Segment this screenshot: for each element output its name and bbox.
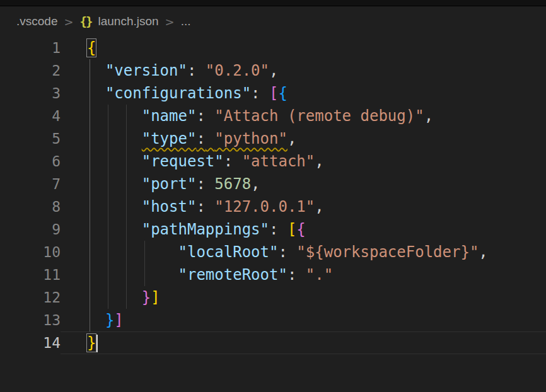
code-line[interactable]: 3 "configurations": [{	[0, 82, 546, 105]
code-line[interactable]: 12 }]	[0, 286, 546, 309]
code-token: :	[278, 243, 287, 261]
code-line[interactable]: 5 "type": "python",	[0, 127, 546, 150]
code-line[interactable]: 4 "name": "Attach (remote debug)",	[0, 105, 546, 127]
code-token: ,	[269, 62, 278, 79]
breadcrumb-folder[interactable]: .vscode	[16, 14, 57, 28]
line-content[interactable]: }]	[61, 309, 546, 331]
code-token	[206, 198, 214, 216]
code-line[interactable]: 14}	[0, 331, 546, 354]
code-token	[87, 107, 142, 125]
line-number[interactable]: 7	[0, 173, 61, 195]
line-number[interactable]: 9	[0, 218, 61, 241]
line-content[interactable]: "host": "127.0.0.1",	[61, 195, 546, 218]
line-content[interactable]: }]	[61, 286, 546, 309]
code-token: {	[278, 84, 287, 102]
line-number[interactable]: 4	[0, 105, 61, 127]
code-line[interactable]: 9 "pathMappings": [{	[0, 218, 546, 241]
code-token: ,	[288, 130, 296, 147]
code-token: "Attach (remote debug)"	[214, 107, 424, 125]
vscode-editor-window: .vscode > {} launch.json > ... 1{2 "vers…	[0, 0, 546, 392]
code-line[interactable]: 1{	[0, 37, 546, 59]
code-line[interactable]: 2 "version": "0.2.0",	[0, 59, 546, 82]
code-token: :	[288, 266, 296, 284]
line-content[interactable]: "configurations": [{	[61, 82, 546, 105]
line-content[interactable]: "remoteRoot": "."	[61, 263, 546, 286]
line-content[interactable]: "request": "attach",	[61, 150, 546, 173]
code-token	[87, 62, 105, 79]
code-lines: 1{2 "version": "0.2.0",3 "configurations…	[0, 37, 546, 354]
code-token: }	[105, 311, 114, 329]
code-line[interactable]: 8 "host": "127.0.0.1",	[0, 195, 546, 218]
code-token: "host"	[142, 198, 197, 216]
code-token	[87, 198, 142, 216]
line-number[interactable]: 5	[0, 127, 61, 150]
line-number[interactable]: 10	[0, 241, 61, 263]
breadcrumb: .vscode > {} launch.json > ...	[0, 6, 546, 37]
line-number[interactable]: 1	[0, 37, 61, 59]
code-token: "127.0.0.1"	[214, 198, 315, 216]
code-token: :	[224, 153, 233, 170]
code-token	[206, 130, 214, 147]
code-line[interactable]: 13 }]	[0, 309, 546, 331]
code-token	[196, 62, 205, 79]
line-content[interactable]: "type": "python",	[61, 127, 546, 150]
code-token: :	[196, 107, 205, 125]
code-token	[260, 84, 269, 102]
chevron-right-icon: >	[165, 15, 175, 28]
code-token: :	[196, 198, 205, 216]
code-token	[87, 84, 105, 102]
code-token: {	[296, 221, 305, 238]
code-token: "type": "python"	[142, 130, 288, 147]
line-content[interactable]: "pathMappings": [{	[61, 218, 546, 241]
code-token: ,	[315, 153, 323, 170]
line-content[interactable]: }	[61, 331, 546, 354]
line-content[interactable]: {	[61, 37, 546, 59]
code-token: "."	[306, 266, 333, 284]
line-number[interactable]: 3	[0, 82, 61, 105]
code-token	[87, 311, 105, 329]
line-number[interactable]: 13	[0, 309, 61, 331]
code-token: [	[269, 84, 278, 102]
code-token: "type"	[142, 130, 197, 147]
line-content[interactable]: "localRoot": "${workspaceFolder}",	[61, 241, 546, 263]
code-token: }	[87, 334, 96, 352]
code-token: "port"	[142, 175, 197, 193]
code-token: :	[196, 130, 205, 147]
line-number[interactable]: 2	[0, 59, 61, 82]
line-content[interactable]: "version": "0.2.0",	[61, 59, 546, 82]
breadcrumb-symbol[interactable]: ...	[181, 14, 191, 28]
code-token: ]	[151, 289, 160, 306]
code-token	[87, 289, 142, 306]
code-token: "configurations"	[105, 84, 251, 102]
code-line[interactable]: 7 "port": 5678,	[0, 173, 546, 195]
code-token: :	[196, 175, 205, 193]
code-area[interactable]: 1{2 "version": "0.2.0",3 "configurations…	[0, 37, 546, 354]
line-number[interactable]: 11	[0, 263, 61, 286]
line-number[interactable]: 14	[0, 331, 61, 354]
code-line[interactable]: 11 "remoteRoot": "."	[0, 263, 546, 286]
code-token: {	[87, 39, 96, 57]
code-token: 5678	[214, 175, 251, 193]
line-content[interactable]: "port": 5678,	[61, 173, 546, 195]
code-token	[296, 266, 305, 284]
code-token: ,	[424, 107, 433, 125]
code-token: :	[187, 62, 196, 79]
line-number[interactable]: 6	[0, 150, 61, 173]
code-token: "request"	[142, 153, 224, 170]
code-token: "0.2.0"	[206, 62, 269, 79]
code-token: "remoteRoot"	[178, 266, 288, 284]
code-token: ,	[251, 175, 260, 193]
code-line[interactable]: 6 "request": "attach",	[0, 150, 546, 173]
code-token	[87, 153, 142, 170]
json-file-icon: {}	[80, 14, 92, 28]
line-number[interactable]: 8	[0, 195, 61, 218]
tab-bar-edge	[0, 0, 546, 6]
code-token	[87, 243, 178, 261]
code-token: ,	[479, 243, 487, 261]
code-token: ]	[114, 311, 123, 329]
breadcrumb-file[interactable]: launch.json	[98, 14, 158, 28]
code-line[interactable]: 10 "localRoot": "${workspaceFolder}",	[0, 241, 546, 263]
line-content[interactable]: "name": "Attach (remote debug)",	[61, 105, 546, 127]
code-token: "name"	[142, 107, 197, 125]
line-number[interactable]: 12	[0, 286, 61, 309]
